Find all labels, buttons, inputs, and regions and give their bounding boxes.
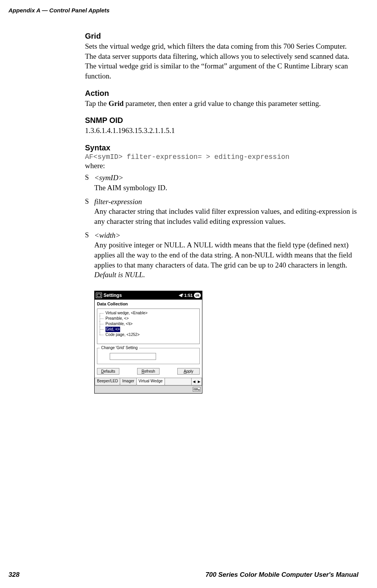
grid-input[interactable] [110, 353, 156, 360]
tree-item-postamble[interactable]: Postamble, <\t> [98, 321, 198, 327]
refresh-button[interactable]: Refresh [137, 368, 160, 375]
device-screenshot: Settings ◀ᵋ 1:51 ok Data Collection Virt… [94, 291, 202, 394]
tree-item-preamble[interactable]: Preamble, <> [98, 316, 198, 321]
heading-snmp: SNMP OID [85, 116, 358, 125]
apply-button[interactable]: Apply [177, 368, 200, 375]
page-number: 328 [8, 571, 19, 579]
list-item: filter-expression Any character string t… [85, 197, 358, 227]
text-syntax-where: where: [85, 161, 358, 171]
list-item: <symID> The AIM symbology ID. [85, 173, 358, 193]
text-action-body: Tap the Grid parameter, then enter a gri… [85, 99, 358, 109]
heading-syntax: Syntax [85, 143, 358, 152]
bullet-width-term: <width> [94, 231, 121, 239]
defaults-button[interactable]: Defaults [97, 368, 119, 375]
bullet-filter-desc: Any character string that includes valid… [94, 207, 357, 225]
clock: 1:51 [184, 293, 193, 298]
fieldset-legend: Change 'Grid' Setting [100, 346, 139, 350]
ok-button[interactable]: ok [194, 293, 201, 298]
tab-strip: Beeper/LED Imager Virtual Wedge ◀▶ [95, 378, 202, 385]
tree-item-codepage[interactable]: Code page, <1252> [98, 332, 198, 337]
action-bold: Grid [109, 99, 124, 107]
manual-title: 700 Series Color Mobile Computer User's … [205, 571, 358, 579]
text-syntax-code: AF<symID> filter-expression= > editing-e… [85, 153, 358, 161]
panel-caption: Data Collection [97, 302, 200, 306]
volume-icon[interactable]: ◀ᵋ [179, 293, 183, 298]
tree-item-virtual-wedge[interactable]: Virtual wedge, <Enable> [98, 310, 198, 316]
tree-item-grid[interactable]: Grid, <> [98, 327, 198, 332]
page-header-left: Appendix A — Control Panel Applets [8, 7, 110, 14]
change-grid-fieldset: Change 'Grid' Setting [97, 348, 200, 364]
text-grid-body: Sets the virtual wedge grid, which filte… [85, 41, 358, 81]
tab-virtual-wedge[interactable]: Virtual Wedge [136, 378, 165, 385]
sip-bar: ⌨▴ [95, 385, 202, 393]
button-row: Defaults Refresh Apply [97, 367, 200, 377]
titlebar: Settings ◀ᵋ 1:51 ok [95, 291, 202, 300]
text-snmp-value: 1.3.6.1.4.1.1963.15.3.2.1.1.5.1 [85, 126, 358, 136]
bullet-symid-term: <symID> [94, 174, 123, 182]
tree-view[interactable]: Virtual wedge, <Enable> Preamble, <> Pos… [97, 308, 200, 344]
bullet-width-desc: Any positive integer or NULL. A NULL wid… [94, 241, 352, 269]
titlebar-label: Settings [104, 293, 122, 298]
main-content: Grid Sets the virtual wedge grid, which … [85, 32, 358, 394]
bullet-symid-desc: The AIM symbology ID. [94, 184, 167, 192]
keyboard-icon[interactable]: ⌨▴ [193, 387, 200, 392]
arrow-right-icon[interactable]: ▶ [197, 380, 202, 383]
tab-scroll-arrows[interactable]: ◀▶ [191, 378, 202, 385]
list-item: <width> Any positive integer or NULL. A … [85, 230, 358, 280]
action-pre: Tap the [85, 99, 109, 107]
arrow-left-icon[interactable]: ◀ [192, 380, 197, 383]
bullet-width-default: Default is NULL. [94, 271, 145, 279]
tab-beeper-led[interactable]: Beeper/LED [95, 378, 120, 385]
heading-grid: Grid [85, 32, 358, 41]
bullet-filter-term: filter-expression [94, 198, 142, 206]
heading-action: Action [85, 89, 358, 98]
syntax-bullet-list: <symID> The AIM symbology ID. filter-exp… [85, 173, 358, 280]
tab-imager[interactable]: Imager [120, 378, 136, 385]
panel-body: Data Collection Virtual wedge, <Enable> … [95, 300, 202, 378]
action-post: parameter, then enter a grid value to ch… [124, 99, 321, 107]
settings-icon[interactable] [96, 293, 102, 298]
